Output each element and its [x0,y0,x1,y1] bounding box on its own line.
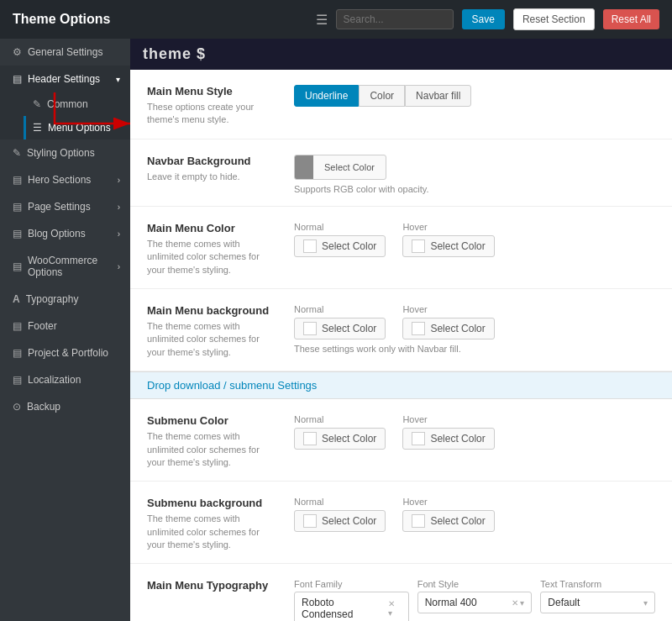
chevron-down-icon: ▾ [643,598,648,608]
hero-icon: ▤ [13,174,22,186]
chevron-down-icon: ▾ [116,75,120,84]
select-color-label: Select Color [430,323,485,334]
sidebar-item-blog[interactable]: ▤ Blog Options › [0,220,130,247]
submenu-normal-color-button[interactable]: Select Color [294,428,386,450]
sidebar-item-woo[interactable]: ▤ WooCommerce Options › [0,247,130,286]
save-button[interactable]: Save [462,9,505,29]
normal-label: Normal [294,414,386,424]
hover-label: Hover [402,497,494,507]
color-swatch [412,322,425,335]
font-style-label: Font Style [417,579,533,589]
sidebar-item-label: Common [47,98,88,110]
submenu-hover-bg-button[interactable]: Select Color [402,510,494,532]
sidebar-item-page[interactable]: ▤ Page Settings › [0,193,130,220]
navbar-fill-button[interactable]: Navbar fill [405,85,471,107]
style-button-group: Underline Color Navbar fill [294,85,655,107]
main-menu-color-section: Main Menu Color The theme comes with unl… [130,207,672,289]
sidebar-item-typography[interactable]: A Typography [0,286,130,313]
submenu-color-section: Submenu Color The theme comes with unlim… [130,399,672,482]
navbar-background-section: Navbar Background Leave it empty to hide… [130,139,672,207]
hover-color-button[interactable]: Select Color [402,235,494,257]
submenu-header[interactable]: Drop download / submenu Settings [130,371,672,399]
font-style-select[interactable]: Normal 400 ✕ ▾ [417,592,533,613]
normal-color-button[interactable]: Select Color [294,235,386,257]
submenu-hover-color-button[interactable]: Select Color [402,428,494,450]
portfolio-icon: ▤ [13,347,22,359]
typography-section: Main Menu Typography Font Family Roboto … [130,564,672,621]
reset-section-button[interactable]: Reset Section [513,8,595,30]
underline-button[interactable]: Underline [294,85,359,107]
hover-label: Hover [402,304,494,314]
color-swatch [303,514,317,528]
sidebar-item-localization[interactable]: ▤ Localization [0,366,130,393]
sidebar-submenu-header: ✎ Common ☰ Menu Options [0,92,130,139]
x-clear-icon[interactable]: ✕ ▾ [512,598,525,608]
color-swatch [303,322,317,335]
submenu-bg-section: Submenu background The theme comes with … [130,482,672,564]
page-title: Theme Options [13,12,307,27]
sidebar-item-label: Blog Options [28,228,86,239]
page-icon: ▤ [13,201,22,213]
font-family-label: Font Family [294,579,409,589]
gear-icon: ⚙ [13,46,22,58]
sidebar-item-label: Header Settings [28,73,100,85]
sidebar-item-portfolio[interactable]: ▤ Project & Portfolio [0,339,130,366]
section-desc: These options create your theme's menu s… [147,101,277,127]
backup-icon: ⊙ [13,401,21,413]
sidebar-item-menu[interactable]: ☰ Menu Options [24,116,130,139]
hover-bg-color-button[interactable]: Select Color [402,318,494,339]
navbar-bg-color-button[interactable]: Select Color [294,155,386,180]
font-family-select[interactable]: Roboto Condensed ✕ ▾ [294,592,409,621]
select-color-label: Select Color [430,515,485,527]
sidebar-item-header[interactable]: ▤ Header Settings ▾ [0,66,130,92]
main-menu-style-section: Main Menu Style These options create you… [130,70,672,139]
theme-breadcrumb: theme $ [130,39,672,70]
normal-label: Normal [294,497,386,507]
sidebar-item-label: General Settings [28,46,102,58]
section-title: Main Menu background [147,304,277,317]
sidebar-item-label: Menu Options [48,122,111,134]
select-color-label: Select Color [322,433,376,445]
chevron-right-icon: › [118,176,120,185]
blog-icon: ▤ [13,228,22,239]
submenu-normal-bg-button[interactable]: Select Color [294,510,386,532]
reset-all-button[interactable]: Reset All [603,9,659,29]
font-family-value: Roboto Condensed [302,597,388,620]
normal-bg-color-button[interactable]: Select Color [294,318,386,339]
normal-label: Normal [294,222,386,232]
color-button[interactable]: Color [359,85,405,107]
sidebar-item-label: Page Settings [28,201,91,213]
sidebar-item-label: Typography [26,293,79,305]
typography-icon: A [13,293,20,305]
color-swatch [412,514,425,528]
sidebar-item-label: Localization [28,374,81,386]
section-title: Main Menu Typography [147,579,277,592]
chevron-right-icon: › [118,203,120,212]
sidebar-item-footer[interactable]: ▤ Footer [0,313,130,339]
color-swatch [303,239,317,253]
section-desc: The theme comes with unlimited color sch… [147,513,277,551]
color-swatch [295,155,313,179]
section-desc: Leave it empty to hide. [147,171,277,183]
section-title: Main Menu Style [147,85,277,97]
section-title: Submenu background [147,497,277,509]
select-color-label: Select Color [322,515,376,527]
text-transform-value: Default [548,597,580,608]
sidebar-item-general[interactable]: ⚙ General Settings [0,39,130,66]
main-content: theme $ Main Menu Style These options cr… [130,39,672,621]
woo-icon: ▤ [13,261,22,272]
x-clear-icon[interactable]: ✕ ▾ [388,599,402,618]
sidebar-item-backup[interactable]: ⊙ Backup [0,393,130,420]
sidebar-item-common[interactable]: ✎ Common [24,92,130,116]
section-desc: The theme comes with unlimited color sch… [147,320,277,359]
chevron-right-icon: › [118,229,120,239]
sidebar-item-styling[interactable]: ✎ Styling Options [0,139,130,166]
sidebar-item-hero[interactable]: ▤ Hero Sections › [0,166,130,193]
sidebar-item-label: Hero Sections [28,174,91,186]
styling-icon: ✎ [13,147,21,159]
search-input[interactable] [336,9,454,29]
menu-icon[interactable]: ☰ [316,12,328,28]
header-icon: ▤ [13,73,22,85]
text-transform-select[interactable]: Default ▾ [540,592,655,613]
normal-label: Normal [294,304,386,314]
